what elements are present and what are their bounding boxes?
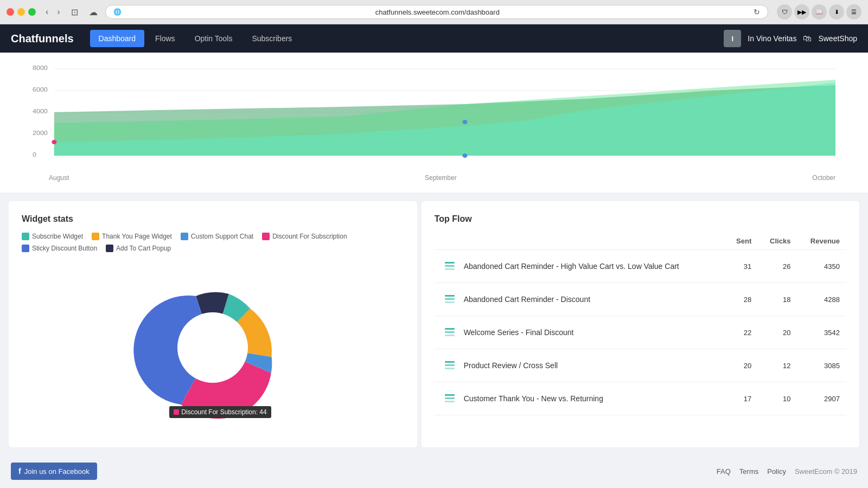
legend-thankyou: Thank You Page Widget: [92, 233, 172, 240]
widget-stats-card: Widget stats Subscribe Widget Thank You …: [9, 201, 417, 447]
widget-stats-title: Widget stats: [22, 214, 404, 224]
flow-sent: 22: [725, 316, 758, 349]
nav-flows[interactable]: Flows: [146, 30, 184, 47]
facebook-icon: f: [18, 467, 21, 476]
traffic-lights: [7, 8, 36, 16]
ext-book-button[interactable]: 📖: [812, 4, 827, 20]
flow-name-cell: Abandoned Cart Reminder - Discount: [435, 283, 725, 316]
x-label-october: October: [812, 174, 835, 182]
svg-point-15: [462, 153, 467, 158]
flow-name: Abandoned Cart Reminder - Discount: [464, 295, 590, 304]
svg-rect-31: [445, 397, 455, 399]
url-text: chatfunnels.sweetecom.com/dashboard: [125, 8, 750, 16]
table-row: Product Review / Cross Sell 20 12 3085: [435, 349, 846, 382]
legend-thankyou-label: Thank You Page Widget: [102, 233, 172, 240]
top-flow-card: Top Flow Sent Clicks Revenue: [422, 201, 859, 447]
nav-right: I In Vino Veritas 🛍 SweetShop: [724, 30, 857, 47]
nav-optin-tools[interactable]: Optin Tools: [186, 30, 241, 47]
legend-support-label: Custom Support Chat: [191, 233, 253, 240]
svg-rect-32: [445, 401, 455, 402]
flow-revenue: 4350: [797, 250, 846, 283]
flow-clicks: 26: [758, 250, 797, 283]
flow-clicks: 20: [758, 316, 797, 349]
ext-shield-button[interactable]: 🛡: [777, 4, 792, 20]
legend-subscribe: Subscribe Widget: [22, 233, 83, 240]
reload-button[interactable]: ↻: [754, 8, 760, 16]
svg-rect-24: [445, 328, 455, 330]
sidebar-button[interactable]: ⊡: [68, 6, 81, 18]
x-label-september: September: [425, 174, 457, 182]
tooltip-text: Discount For Subscription: 44: [181, 408, 266, 416]
chart-section: 8000 6000 4000 2000 0: [0, 53, 868, 192]
flow-icon: [441, 324, 458, 341]
tooltip-color-dot: [174, 409, 179, 415]
top-nav: Chatfunnels Dashboard Flows Optin Tools …: [0, 24, 868, 53]
favicon-icon: 🌐: [113, 8, 122, 16]
flow-revenue: 3085: [797, 349, 846, 382]
legend-discount: Discount For Subscription: [262, 233, 347, 240]
user-name: In Vino Veritas: [748, 34, 796, 43]
nav-dashboard[interactable]: Dashboard: [90, 30, 145, 47]
table-row: Abandoned Cart Reminder - Discount 28 18…: [435, 283, 846, 316]
flow-name-cell: Abandoned Cart Reminder - High Value Car…: [435, 250, 725, 283]
footer-terms[interactable]: Terms: [739, 467, 758, 476]
flow-sent: 31: [725, 250, 758, 283]
fullscreen-button[interactable]: [28, 8, 36, 16]
facebook-label: Join us on Facebook: [24, 467, 90, 476]
back-button[interactable]: ‹: [42, 6, 52, 18]
flow-name-cell: Product Review / Cross Sell: [435, 349, 725, 382]
col-clicks: Clicks: [758, 233, 797, 250]
forward-button[interactable]: ›: [54, 6, 63, 18]
flow-clicks: 12: [758, 349, 797, 382]
minimize-button[interactable]: [17, 8, 25, 16]
flow-name: Customer Thank You - New vs. Returning: [464, 394, 603, 403]
nav-subscribers[interactable]: Subscribers: [243, 30, 301, 47]
svg-rect-27: [445, 361, 455, 363]
svg-text:6000: 6000: [33, 86, 48, 93]
svg-rect-19: [445, 265, 455, 267]
table-row: Abandoned Cart Reminder - High Value Car…: [435, 250, 846, 283]
flow-name: Abandoned Cart Reminder - High Value Car…: [464, 262, 679, 271]
legend-addtocart: Add To Cart Popup: [106, 245, 171, 252]
svg-rect-21: [445, 295, 455, 297]
footer-links: FAQ Terms Policy SweetEcom © 2019: [717, 467, 857, 476]
ext-media-button[interactable]: ▶▶: [794, 4, 809, 20]
legend-support: Custom Support Chat: [181, 233, 253, 240]
flow-table: Sent Clicks Revenue: [435, 233, 846, 415]
address-bar[interactable]: 🌐 chatfunnels.sweetecom.com/dashboard ↻: [105, 5, 768, 19]
flow-sent: 28: [725, 283, 758, 316]
flow-icon: [441, 357, 458, 374]
svg-point-14: [462, 120, 467, 124]
browser-chrome: ‹ › ⊡ ☁ 🌐 chatfunnels.sweetecom.com/dash…: [0, 0, 868, 24]
flow-name-cell: Welcome Series - Final Discount: [435, 316, 725, 349]
svg-rect-26: [445, 335, 455, 336]
donut-tooltip: Discount For Subscription: 44: [169, 406, 271, 418]
facebook-button[interactable]: f Join us on Facebook: [11, 463, 97, 480]
svg-rect-18: [445, 262, 455, 264]
footer-faq[interactable]: FAQ: [717, 467, 731, 476]
ext-download-button[interactable]: ⬇: [829, 4, 844, 20]
cloud-button[interactable]: ☁: [86, 6, 101, 18]
flow-revenue: 2907: [797, 382, 846, 415]
donut-chart-container: Discount For Subscription: 44: [22, 261, 404, 434]
lower-section: Widget stats Subscribe Widget Thank You …: [9, 201, 859, 447]
flow-sent: 17: [725, 382, 758, 415]
ext-menu-button[interactable]: ☰: [846, 4, 861, 20]
user-avatar: I: [724, 30, 741, 47]
close-button[interactable]: [7, 8, 14, 16]
svg-point-13: [52, 140, 56, 144]
main-content: 8000 6000 4000 2000 0: [0, 53, 868, 488]
x-label-august: August: [49, 174, 69, 182]
svg-text:0: 0: [33, 151, 36, 158]
svg-rect-29: [445, 368, 455, 369]
shop-name: SweetShop: [818, 34, 857, 43]
footer: f Join us on Facebook FAQ Terms Policy S…: [0, 456, 868, 486]
footer-policy[interactable]: Policy: [767, 467, 786, 476]
svg-rect-22: [445, 298, 455, 300]
flow-sent: 20: [725, 349, 758, 382]
flow-table-header: Sent Clicks Revenue: [435, 233, 846, 250]
table-row: Welcome Series - Final Discount 22 20 35…: [435, 316, 846, 349]
top-flow-title: Top Flow: [435, 214, 846, 224]
svg-text:2000: 2000: [33, 130, 48, 136]
flow-icon: [441, 390, 458, 407]
